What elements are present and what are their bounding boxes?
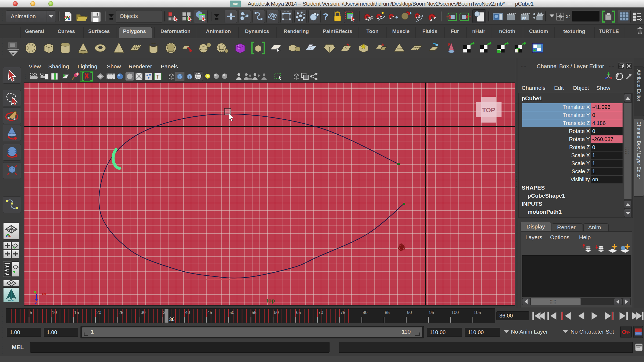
svg-text:y: y	[34, 289, 36, 294]
svg-text:IPR: IPR	[521, 17, 526, 20]
svg-text:x: x	[44, 291, 46, 296]
svg-text:MAYA: MAYA	[8, 299, 14, 302]
svg-text:T: T	[156, 74, 159, 80]
svg-text:z: z	[35, 301, 37, 305]
svg-text:T: T	[516, 47, 520, 53]
svg-text:top: top	[266, 298, 275, 304]
